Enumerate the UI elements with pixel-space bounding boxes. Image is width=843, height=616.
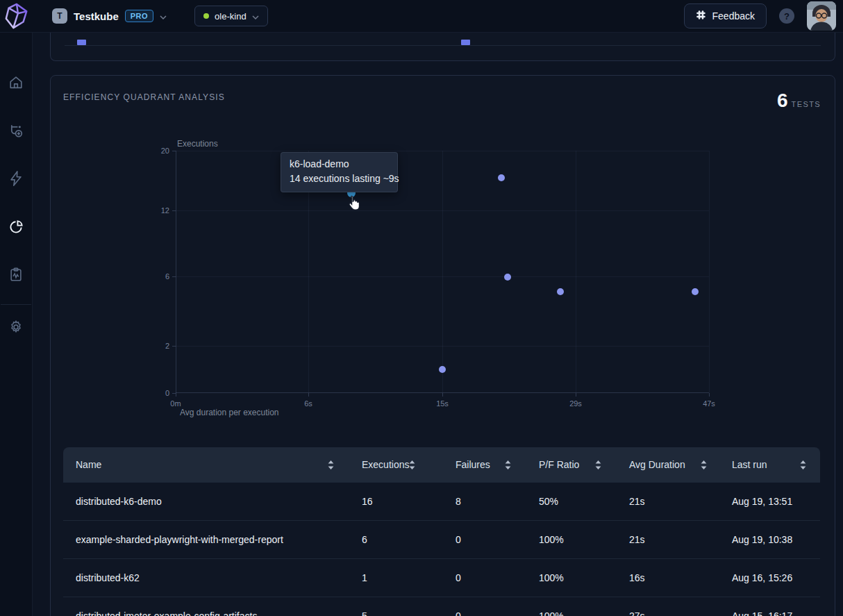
gridline [576, 151, 576, 393]
cell-avg-duration: 21s [629, 534, 732, 545]
slack-icon [696, 10, 706, 22]
cell-executions: 6 [362, 534, 456, 545]
cell-failures: 8 [456, 496, 539, 507]
column-header-failures[interactable]: Failures [456, 459, 539, 470]
cell-failures: 0 [456, 534, 539, 545]
cell-executions: 5 [362, 610, 456, 616]
create-test-icon [8, 123, 24, 142]
cell-executions: 16 [362, 496, 456, 507]
y-tick [172, 393, 176, 394]
user-avatar[interactable] [807, 1, 836, 31]
cell-avg-duration: 16s [629, 572, 732, 583]
scatter-point[interactable] [557, 288, 564, 295]
y-tick [172, 151, 176, 151]
tests-table: Name Executions Failures P/F Ratio [63, 447, 820, 616]
table-row[interactable]: example-sharded-playwright-with-merged-r… [63, 520, 820, 558]
y-tick [172, 346, 176, 347]
question-mark-icon: ? [784, 11, 790, 22]
environment-select[interactable]: ole-kind [194, 6, 268, 26]
table-row[interactable]: distributed-k62 1 0 100% 16s Aug 16, 15:… [63, 558, 820, 597]
cell-pf-ratio: 100% [539, 572, 629, 583]
y-tick-label: 20 [161, 147, 169, 155]
scatter-point[interactable] [692, 288, 699, 295]
table-body: distributed-k6-demo 16 8 50% 21s Aug 19,… [63, 482, 820, 616]
efficiency-quadrant-card: EFFICIENCY QUADRANT ANALYSIS 6 TESTS Exe… [50, 75, 835, 616]
testkube-dashboard: T Testkube PRO ole-kind [0, 0, 843, 616]
sort-icon[interactable] [328, 460, 334, 469]
table-row[interactable]: distributed-k6-demo 16 8 50% 21s Aug 19,… [63, 482, 820, 520]
y-tick-label: 12 [161, 206, 169, 215]
column-header-avg-duration[interactable]: Avg Duration [629, 459, 732, 470]
sidebar-item-artifacts[interactable] [5, 265, 27, 287]
sort-icon[interactable] [701, 460, 707, 469]
cell-failures: 0 [456, 610, 539, 616]
x-tick [576, 393, 576, 397]
cell-pf-ratio: 100% [539, 534, 629, 545]
y-tick-label: 6 [165, 272, 169, 281]
topbar: T Testkube PRO ole-kind [0, 0, 843, 33]
sidebar-item-settings[interactable] [5, 317, 27, 340]
mini-bar [461, 40, 470, 45]
pro-badge: PRO [125, 10, 153, 22]
org-switcher[interactable]: T Testkube PRO [52, 8, 167, 24]
tests-count: 6 TESTS [777, 90, 821, 112]
org-name: Testkube [74, 10, 119, 22]
x-tick [176, 393, 176, 397]
scatter-point[interactable] [498, 174, 505, 181]
gridline [176, 151, 709, 151]
x-axis-title: Avg duration per execution [180, 408, 279, 417]
sidebar-item-home[interactable] [5, 73, 27, 95]
card-header: EFFICIENCY QUADRANT ANALYSIS 6 TESTS [51, 76, 835, 112]
sort-icon[interactable] [409, 460, 415, 469]
sort-icon[interactable] [505, 460, 511, 469]
insights-pie-icon [8, 219, 24, 238]
table-row[interactable]: distributed-jmeter-example-config-artifa… [63, 597, 820, 616]
x-tick-label: 0m [170, 399, 181, 408]
sort-icon[interactable] [595, 460, 601, 469]
sidebar-divider [1, 304, 31, 305]
settings-gear-icon [8, 319, 24, 338]
cell-name: example-sharded-playwright-with-merged-r… [63, 534, 362, 545]
chevron-down-icon [160, 10, 167, 22]
gridline [176, 210, 709, 211]
home-icon [8, 75, 24, 93]
chevron-down-icon [252, 10, 259, 22]
help-button[interactable]: ? [779, 8, 794, 24]
gridline [442, 151, 443, 393]
sidebar [0, 33, 33, 616]
cell-name: distributed-jmeter-example-config-artifa… [63, 610, 362, 616]
column-header-pf-ratio[interactable]: P/F Ratio [539, 459, 629, 470]
cell-failures: 0 [456, 572, 539, 583]
sort-icon[interactable] [800, 460, 806, 469]
chart-tooltip: k6-load-demo 14 executions lasting ~9s [281, 152, 398, 192]
testkube-logo-icon[interactable] [0, 0, 33, 33]
mini-bar [77, 40, 86, 45]
x-tick-label: 15s [436, 399, 449, 408]
environment-status-dot [203, 13, 209, 19]
panel-title: EFFICIENCY QUADRANT ANALYSIS [63, 92, 225, 102]
sidebar-item-create-test[interactable] [5, 121, 27, 143]
cell-last-run: Aug 15, 16:17 [732, 610, 820, 616]
x-tick-label: 29s [569, 399, 582, 408]
column-header-last-run[interactable]: Last run [732, 459, 820, 470]
tooltip-subtitle: 14 executions lasting ~9s [290, 172, 389, 186]
gridline [709, 151, 710, 393]
feedback-button[interactable]: Feedback [684, 3, 767, 28]
column-header-executions[interactable]: Executions [362, 459, 456, 470]
scatter-point[interactable] [504, 274, 511, 281]
y-tick [172, 210, 176, 211]
y-tick-label: 0 [165, 389, 169, 397]
y-axis-title: Executions [177, 139, 218, 149]
cell-name: distributed-k62 [63, 572, 362, 583]
cell-last-run: Aug 19, 10:38 [732, 534, 820, 545]
tooltip-title: k6-load-demo [290, 157, 389, 172]
org-avatar: T [52, 8, 67, 24]
x-tick-label: 6s [304, 399, 312, 408]
cell-last-run: Aug 16, 15:26 [732, 572, 820, 583]
column-header-name[interactable]: Name [63, 459, 362, 470]
sidebar-item-insights[interactable] [5, 217, 27, 239]
scatter-point[interactable] [439, 366, 446, 373]
sidebar-item-runs[interactable] [5, 169, 27, 191]
tests-count-value: 6 [777, 90, 788, 112]
x-tick-label: 47s [703, 399, 715, 408]
